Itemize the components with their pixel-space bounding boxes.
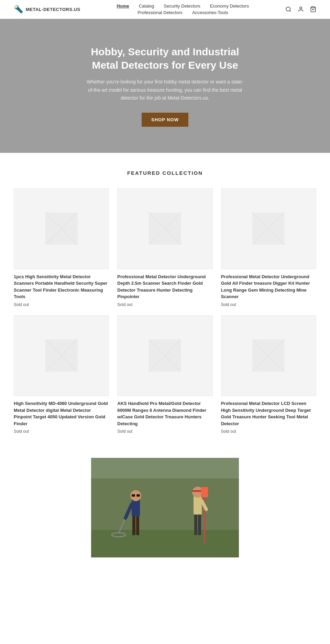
product-placeholder-icon-5	[141, 336, 189, 376]
nav-accessories-tools[interactable]: Accessories-Tools	[192, 10, 228, 15]
product-name-4: High Sensitivity MD-4060 Underground Gol…	[14, 400, 109, 427]
product-image-4	[14, 315, 109, 396]
featured-section: FEATURED COLLECTION 1pcs High Sensitivit…	[0, 153, 330, 448]
svg-rect-27	[132, 494, 135, 497]
nav-row-1: Home Catalog Security Detectors Economy …	[117, 3, 249, 9]
nav-row-2: Professional Detectors Accessories-Tools	[138, 10, 228, 15]
cart-button[interactable]	[310, 6, 316, 12]
svg-rect-38	[198, 515, 201, 535]
site-header: 🔦 METAL-DETECTORS.US Home Catalog Securi…	[0, 0, 330, 19]
product-name-3: Professional Metal Detector Underground …	[221, 273, 316, 300]
nav-professional-detectors[interactable]: Professional Detectors	[138, 10, 183, 15]
cart-icon	[310, 6, 316, 12]
product-card-6[interactable]: Professional Metal Detector LCD Screen H…	[221, 315, 316, 434]
product-card-1[interactable]: 1pcs High Sensitivity Metal Detector Sca…	[14, 188, 109, 307]
svg-rect-25	[132, 499, 140, 516]
promo-scene-svg	[91, 458, 239, 557]
nav-economy-detectors[interactable]: Economy Detectors	[210, 3, 249, 9]
svg-rect-37	[194, 515, 197, 535]
svg-rect-40	[201, 487, 208, 497]
product-image-2	[117, 188, 212, 269]
product-image-3	[221, 188, 316, 269]
svg-rect-23	[91, 527, 239, 557]
svg-line-1	[289, 10, 290, 11]
product-placeholder-icon-1	[38, 208, 85, 249]
product-placeholder-icon-3	[245, 208, 292, 249]
product-status-3: Sold out	[221, 302, 316, 307]
product-placeholder-icon-4	[38, 336, 85, 376]
svg-rect-29	[132, 516, 135, 535]
user-icon	[298, 6, 304, 12]
product-name-1: 1pcs High Sensitivity Metal Detector Sca…	[14, 273, 109, 300]
product-image-5	[117, 315, 212, 396]
logo-icon: 🔦	[14, 5, 23, 14]
product-placeholder-icon-2	[141, 208, 189, 249]
product-name-5: AKS Handhold Pro Metal/Gold Detector 600…	[117, 400, 212, 427]
product-card-2[interactable]: Professional Metal Detector Underground …	[117, 188, 212, 307]
product-placeholder-icon-6	[245, 336, 292, 376]
search-button[interactable]	[285, 6, 292, 12]
bottom-image-section	[0, 448, 330, 571]
product-card-4[interactable]: High Sensitivity MD-4060 Underground Gol…	[14, 315, 109, 434]
login-button[interactable]	[298, 6, 304, 12]
featured-title: FEATURED COLLECTION	[14, 170, 316, 176]
product-status-5: Sold out	[117, 429, 212, 434]
hero-content: Hobby, Security and Industrial Metal Det…	[45, 24, 285, 147]
product-status-6: Sold out	[221, 429, 316, 434]
products-grid: 1pcs High Sensitivity Metal Detector Sca…	[14, 188, 316, 434]
svg-rect-28	[136, 494, 140, 497]
logo-text: METAL-DETECTORS.US	[26, 7, 80, 12]
svg-point-0	[286, 7, 290, 11]
svg-point-2	[300, 7, 302, 9]
product-image-1	[14, 188, 109, 269]
product-status-1: Sold out	[14, 302, 109, 307]
main-nav: Home Catalog Security Detectors Economy …	[117, 3, 249, 15]
search-icon	[285, 6, 292, 12]
nav-catalog[interactable]: Catalog	[139, 3, 154, 9]
hero-section: Hobby, Security and Industrial Metal Det…	[0, 19, 330, 153]
hero-subtitle: Whether you're looking for your first ho…	[86, 78, 244, 102]
site-logo[interactable]: 🔦 METAL-DETECTORS.US	[14, 5, 80, 14]
nav-security-detectors[interactable]: Security Detectors	[164, 3, 200, 9]
product-status-4: Sold out	[14, 429, 109, 434]
nav-home[interactable]: Home	[117, 3, 129, 9]
product-name-2: Professional Metal Detector Underground …	[117, 273, 212, 300]
product-status-2: Sold out	[117, 302, 212, 307]
svg-rect-34	[194, 496, 202, 515]
header-icons	[285, 6, 316, 12]
shop-now-button[interactable]: SHOP NOW	[142, 113, 188, 127]
hero-title: Hobby, Security and Industrial Metal Det…	[86, 45, 244, 72]
svg-rect-24	[91, 478, 239, 530]
svg-rect-30	[136, 516, 139, 535]
product-image-6	[221, 315, 316, 396]
product-name-6: Professional Metal Detector LCD Screen H…	[221, 400, 316, 427]
bottom-promo-image	[91, 458, 239, 557]
product-card-5[interactable]: AKS Handhold Pro Metal/Gold Detector 600…	[117, 315, 212, 434]
product-card-3[interactable]: Professional Metal Detector Underground …	[221, 188, 316, 307]
